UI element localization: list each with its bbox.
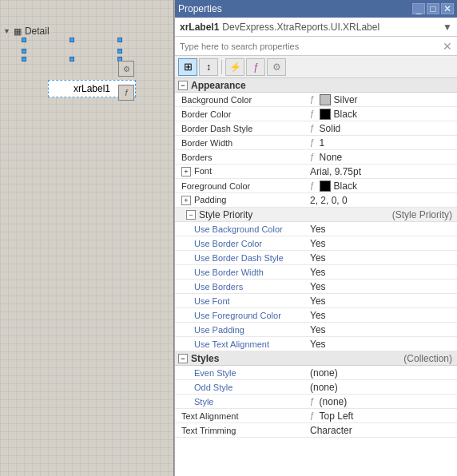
- background-color-row[interactable]: Background Color ƒ Silver: [175, 93, 457, 107]
- styles-toggle[interactable]: −: [178, 354, 188, 363]
- padding-row[interactable]: +Padding 2, 2, 0, 0: [175, 193, 457, 208]
- component-container[interactable]: xrLabel1: [24, 40, 120, 59]
- text-alignment-value: ƒ Top Left: [307, 411, 457, 422]
- detail-band: ▼ ▦ Detail xrLabel1 ⚙ f: [0, 24, 173, 38]
- search-clear-button[interactable]: ✕: [443, 41, 452, 52]
- appearance-label: Appearance: [191, 80, 246, 91]
- expression-button[interactable]: ƒ: [246, 58, 265, 76]
- sel-handle-bl[interactable]: [22, 57, 26, 61]
- border-dash-style-label: Border Dash Style: [175, 124, 307, 133]
- props-target-row[interactable]: xrLabel1 DevExpress.XtraReports.UI.XRLab…: [175, 18, 457, 37]
- border-color-label: Border Color: [175, 109, 307, 119]
- fc-func-icon: ƒ: [310, 181, 315, 190]
- font-label: +Font: [175, 166, 307, 177]
- use-fg-color-row[interactable]: Use Foreground Color Yes: [175, 308, 457, 323]
- detail-band-label: ▼ ▦ Detail: [0, 24, 173, 38]
- use-fg-color-label: Use Foreground Color: [175, 311, 307, 320]
- bg-color-text: Silver: [334, 94, 358, 105]
- properties-panel: Properties _ □ ✕ xrLabel1 DevExpress.Xtr…: [174, 0, 457, 476]
- padding-text: 2, 2, 0, 0: [310, 195, 348, 206]
- even-style-row[interactable]: Even Style (none): [175, 366, 457, 380]
- text-trimming-row[interactable]: Text Trimming Character: [175, 423, 457, 438]
- properties-list[interactable]: − Appearance Background Color ƒ Silver B…: [175, 78, 457, 476]
- restore-button[interactable]: □: [427, 3, 439, 14]
- padding-expand-btn[interactable]: +: [181, 196, 191, 205]
- borders-value: ƒ None: [307, 152, 457, 163]
- use-bg-color-text: Yes: [310, 224, 326, 235]
- toolbar-sep1: [221, 60, 222, 74]
- use-border-width-label: Use Border Width: [175, 268, 307, 277]
- use-borders-row[interactable]: Use Borders Yes: [175, 280, 457, 294]
- use-text-align-label: Use Text Alignment: [175, 339, 307, 349]
- odd-style-row[interactable]: Odd Style (none): [175, 380, 457, 395]
- categorized-view-button[interactable]: ⊞: [178, 58, 197, 76]
- use-padding-text: Yes: [310, 324, 326, 335]
- bds-func-icon: ƒ: [310, 124, 315, 133]
- close-icon: ✕: [443, 3, 451, 14]
- alphabetical-view-button[interactable]: ↕: [199, 58, 218, 76]
- text-alignment-label: Text Alignment: [175, 411, 307, 421]
- border-color-row[interactable]: Border Color ƒ Black: [175, 107, 457, 121]
- use-border-width-row[interactable]: Use Border Width Yes: [175, 265, 457, 280]
- sel-handle-tm[interactable]: [70, 38, 74, 42]
- appearance-toggle[interactable]: −: [178, 81, 188, 90]
- sel-handle-mr[interactable]: [117, 49, 122, 54]
- font-row[interactable]: +Font Arial, 9.75pt: [175, 165, 457, 179]
- border-width-row[interactable]: Border Width ƒ 1: [175, 136, 457, 150]
- settings-button[interactable]: ⚙: [267, 58, 286, 76]
- style-priority-label: Style Priority: [199, 209, 252, 220]
- use-bg-color-value: Yes: [307, 224, 457, 235]
- use-padding-row[interactable]: Use Padding Yes: [175, 323, 457, 337]
- sel-handle-tr[interactable]: [117, 38, 122, 42]
- style-func-icon: ƒ: [310, 397, 315, 406]
- close-button[interactable]: ✕: [441, 3, 454, 14]
- style-priority-header[interactable]: − Style Priority (Style Priority): [175, 208, 457, 222]
- style-priority-toggle[interactable]: −: [186, 210, 196, 220]
- even-style-text: (none): [310, 367, 338, 379]
- use-border-dash-row[interactable]: Use Border Dash Style Yes: [175, 251, 457, 265]
- use-border-color-row[interactable]: Use Border Color Yes: [175, 236, 457, 251]
- search-input[interactable]: [180, 42, 443, 51]
- foreground-color-value: ƒ Black: [307, 180, 457, 192]
- borders-func-icon: ƒ: [310, 153, 315, 161]
- use-border-dash-value: Yes: [307, 252, 457, 264]
- use-border-color-value: Yes: [307, 238, 457, 249]
- categorized-icon: ⊞: [184, 61, 193, 73]
- border-width-value: ƒ 1: [307, 137, 457, 149]
- sel-handle-ml[interactable]: [22, 49, 26, 54]
- appearance-section-header[interactable]: − Appearance: [175, 78, 457, 93]
- use-border-width-value: Yes: [307, 267, 457, 278]
- use-padding-label: Use Padding: [175, 325, 307, 335]
- use-text-align-row[interactable]: Use Text Alignment Yes: [175, 337, 457, 351]
- highlight-button[interactable]: ⚡: [225, 58, 244, 76]
- bw-func-icon: ƒ: [310, 138, 315, 147]
- borders-row[interactable]: Borders ƒ None: [175, 150, 457, 165]
- use-border-dash-label: Use Border Dash Style: [175, 253, 307, 263]
- sel-handle-bm[interactable]: [70, 57, 74, 61]
- smart-tag-button[interactable]: ⚙: [118, 61, 134, 77]
- target-dropdown-arrow[interactable]: ▼: [443, 22, 452, 33]
- use-font-row[interactable]: Use Font Yes: [175, 294, 457, 308]
- foreground-color-row[interactable]: Foreground Color ƒ Black: [175, 179, 457, 193]
- styles-section-header[interactable]: − Styles (Collection): [175, 351, 457, 366]
- use-border-color-text: Yes: [310, 238, 326, 249]
- odd-style-text: (none): [310, 382, 338, 393]
- borders-label: Borders: [175, 153, 307, 162]
- use-bg-color-row[interactable]: Use Background Color Yes: [175, 222, 457, 236]
- sel-handle-tl[interactable]: [22, 38, 26, 42]
- font-expand-btn[interactable]: +: [181, 167, 191, 177]
- design-canvas: ▼ ▦ Detail xrLabel1 ⚙ f: [0, 0, 174, 476]
- edit-script-button[interactable]: f: [118, 85, 134, 101]
- border-dash-style-row[interactable]: Border Dash Style ƒ Solid: [175, 121, 457, 136]
- minimize-button[interactable]: _: [412, 3, 425, 14]
- use-border-width-text: Yes: [310, 267, 326, 278]
- canvas-grid: [0, 0, 173, 476]
- even-style-label: Even Style: [175, 368, 307, 378]
- ta-func-icon: ƒ: [310, 411, 315, 420]
- text-alignment-row[interactable]: Text Alignment ƒ Top Left: [175, 409, 457, 423]
- use-padding-value: Yes: [307, 324, 457, 335]
- border-width-label: Border Width: [175, 138, 307, 148]
- use-borders-value: Yes: [307, 281, 457, 292]
- fc-color-swatch: [320, 180, 331, 192]
- style-row[interactable]: Style ƒ (none): [175, 395, 457, 409]
